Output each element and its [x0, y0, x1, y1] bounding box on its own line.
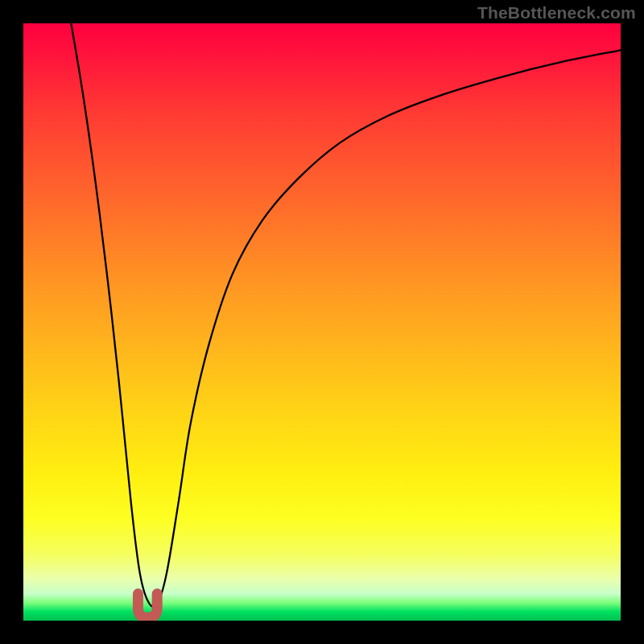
chart-frame: TheBottleneck.com [0, 0, 644, 644]
bottleneck-curve [71, 23, 621, 607]
watermark-text: TheBottleneck.com [477, 3, 636, 23]
chart-svg [23, 23, 621, 621]
bottom-u-marker [138, 594, 157, 618]
chart-plot-area [23, 23, 621, 621]
